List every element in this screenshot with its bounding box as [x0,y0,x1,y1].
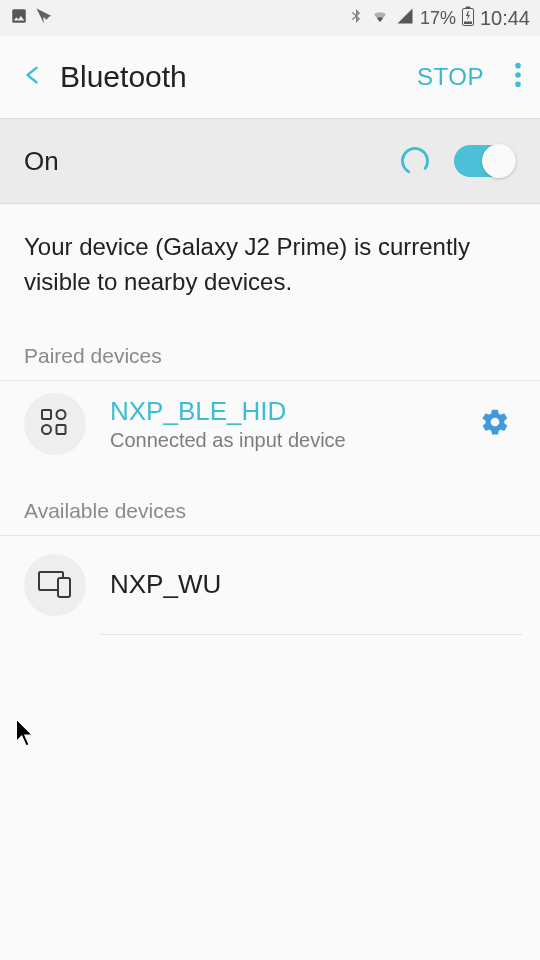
paired-device-row[interactable]: NXP_BLE_HID Connected as input device [0,381,540,467]
stop-button[interactable]: STOP [405,55,496,99]
svg-rect-1 [465,6,470,9]
svg-point-8 [57,410,66,419]
toggle-label: On [24,146,400,177]
signal-icon [396,7,414,30]
svg-point-9 [42,425,51,434]
play-icon [34,6,54,31]
mouse-cursor-icon [14,718,38,752]
bluetooth-switch[interactable] [454,145,516,177]
switch-knob [482,144,516,178]
device-name: NXP_BLE_HID [110,396,470,427]
battery-text: 17% [420,8,456,29]
svg-rect-2 [464,21,472,24]
svg-rect-12 [58,578,70,597]
battery-icon [462,6,474,31]
device-name: NXP_WU [110,569,520,600]
svg-point-6 [400,146,430,176]
svg-rect-10 [57,425,66,434]
svg-point-3 [515,63,521,69]
device-text-block: NXP_BLE_HID Connected as input device [110,396,470,452]
device-text-block: NXP_WU [110,569,520,600]
status-right-icons: 17% 10:44 [348,6,530,31]
device-icon-wrap [24,393,86,455]
row-divider [100,634,522,635]
clock-text: 10:44 [480,7,530,30]
available-device-row[interactable]: NXP_WU [0,536,540,634]
svg-rect-7 [42,410,51,419]
device-icon-wrap [24,554,86,616]
devices-icon [35,565,75,605]
svg-point-5 [515,82,521,88]
scanning-spinner-icon [400,146,430,176]
bluetooth-icon [348,7,364,30]
more-button[interactable] [496,53,522,101]
paired-devices-header: Paired devices [0,330,540,381]
wifi-icon [370,7,390,30]
visibility-text: Your device (Galaxy J2 Prime) is current… [0,204,540,330]
device-status: Connected as input device [110,429,470,452]
status-left-icons [10,6,54,31]
back-button[interactable] [10,51,60,103]
image-icon [10,7,28,30]
available-devices-header: Available devices [0,467,540,536]
device-settings-button[interactable] [470,397,520,451]
svg-point-4 [515,72,521,78]
bluetooth-toggle-row: On [0,118,540,204]
app-bar: Bluetooth STOP [0,36,540,118]
page-title: Bluetooth [60,60,405,94]
input-device-icon [38,405,72,443]
status-bar: 17% 10:44 [0,0,540,36]
